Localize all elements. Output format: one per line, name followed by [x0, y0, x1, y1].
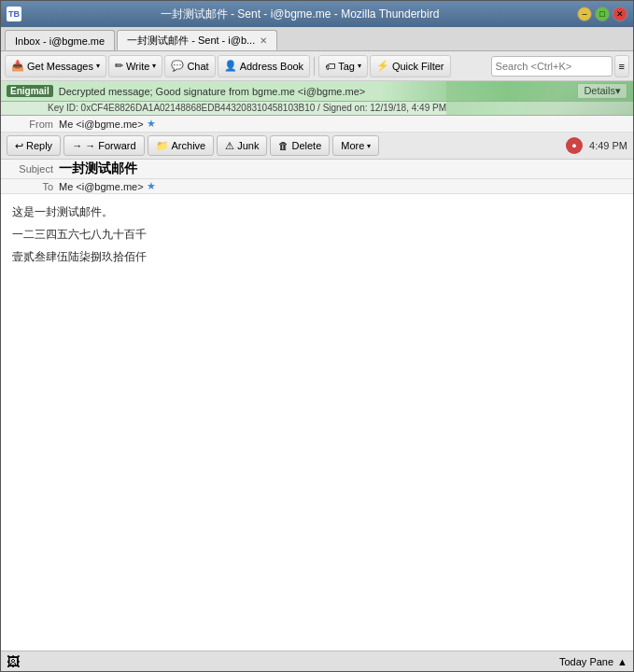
titlebar: TB 一封测试邮件 - Sent - i@bgme.me - Mozilla T…: [1, 1, 633, 27]
archive-icon: 📁: [156, 140, 169, 152]
chat-button[interactable]: 💬 Chat: [164, 55, 215, 77]
get-messages-dropdown-icon: ▾: [96, 62, 100, 70]
app-icon: TB: [7, 7, 21, 21]
more-button[interactable]: More ▾: [332, 135, 379, 156]
today-pane-button[interactable]: ▲: [617, 656, 627, 667]
reply-icon: ↩: [15, 140, 23, 152]
window-title: 一封测试邮件 - Sent - i@bgme.me - Mozilla Thun…: [25, 7, 574, 22]
message-time: 4:49 PM: [589, 140, 627, 151]
minimize-button[interactable]: –: [577, 7, 592, 21]
forward-icon: →: [72, 140, 82, 151]
tab-compose-label: 一封测试邮件 - Sent - i@b...: [127, 34, 255, 48]
to-star-icon[interactable]: ★: [147, 180, 156, 192]
key-info-text: Key ID: 0xCF4E8826DA1A02148868EDB4432083…: [48, 103, 446, 113]
enigmail-details-button[interactable]: Details▾: [577, 83, 627, 99]
address-book-icon: 👤: [224, 60, 237, 72]
archive-button[interactable]: 📁 Archive: [148, 135, 215, 156]
main-toolbar: 📥 Get Messages ▾ ✏ Write ▾ 💬 Chat 👤 Addr…: [1, 51, 633, 81]
delete-button[interactable]: 🗑 Delete: [270, 135, 330, 156]
close-button[interactable]: ✕: [613, 7, 627, 21]
enigmail-message: Decrypted message; Good signature from b…: [59, 86, 572, 97]
get-messages-button[interactable]: 📥 Get Messages ▾: [5, 55, 106, 77]
enigmail-bar: Enigmail Decrypted message; Good signatu…: [1, 81, 633, 102]
tab-close-icon[interactable]: ✕: [260, 35, 267, 46]
write-button[interactable]: ✏ Write ▾: [108, 55, 162, 77]
chat-icon: 💬: [171, 60, 184, 72]
write-icon: ✏: [115, 60, 123, 72]
write-dropdown-icon: ▾: [152, 62, 156, 70]
reply-button[interactable]: ↩ Reply: [7, 135, 61, 156]
today-pane-label: Today Pane: [559, 656, 613, 667]
tag-dropdown-icon: ▾: [358, 62, 361, 70]
message-body: 这是一封测试邮件。 一二三四五六七八九十百千 壹贰叁肆伍陆柒捌玖拾佰仟: [1, 194, 633, 651]
to-label: To: [8, 181, 53, 192]
record-icon: ●: [571, 141, 576, 150]
subject-value: 一封测试邮件: [59, 161, 137, 177]
from-label: From: [8, 119, 53, 130]
key-info-bar: Key ID: 0xCF4E8826DA1A02148868EDB4432083…: [1, 102, 633, 116]
search-input[interactable]: [491, 56, 613, 77]
junk-icon: ⚠: [225, 140, 234, 152]
subject-label: Subject: [8, 163, 53, 175]
to-value: Me <i@bgme.me>: [59, 181, 144, 192]
delete-icon: 🗑: [278, 140, 289, 151]
tab-bar: Inbox - i@bgme.me 一封测试邮件 - Sent - i@b...…: [1, 27, 633, 51]
enigmail-label: Enigmail: [7, 85, 53, 97]
body-line-1: 这是一封测试邮件。: [12, 203, 622, 220]
subject-row: Subject 一封测试邮件: [1, 160, 633, 179]
tag-icon: 🏷: [325, 61, 335, 72]
main-window: TB 一封测试邮件 - Sent - i@bgme.me - Mozilla T…: [0, 0, 634, 672]
toolbar-menu-button[interactable]: ≡: [614, 55, 629, 77]
status-badge: ●: [566, 137, 583, 154]
statusbar-right: Today Pane ▲: [559, 656, 627, 667]
more-dropdown-icon: ▾: [367, 142, 371, 150]
action-bar: ↩ Reply → → Forward 📁 Archive ⚠ Junk 🗑 D…: [1, 133, 633, 160]
filter-icon: ⚡: [376, 60, 389, 72]
tab-inbox[interactable]: Inbox - i@bgme.me: [5, 30, 115, 50]
forward-button[interactable]: → → Forward: [63, 135, 144, 156]
quick-filter-button[interactable]: ⚡ Quick Filter: [370, 55, 451, 77]
toolbar-separator-1: [314, 57, 315, 76]
tab-inbox-label: Inbox - i@bgme.me: [15, 35, 105, 47]
body-line-3: 壹贰叁肆伍陆柒捌玖拾佰仟: [12, 248, 622, 265]
from-star-icon[interactable]: ★: [147, 118, 156, 130]
address-book-button[interactable]: 👤 Address Book: [218, 55, 310, 77]
tag-button[interactable]: 🏷 Tag ▾: [318, 55, 368, 77]
to-row: To Me <i@bgme.me> ★: [1, 179, 633, 194]
body-line-2: 一二三四五六七八九十百千: [12, 226, 622, 243]
status-bar: 🖼 Today Pane ▲: [1, 651, 633, 671]
get-messages-icon: 📥: [11, 60, 24, 72]
from-value: Me <i@bgme.me>: [59, 119, 144, 130]
maximize-button[interactable]: □: [595, 7, 610, 21]
status-icon: 🖼: [7, 654, 20, 669]
tab-compose[interactable]: 一封测试邮件 - Sent - i@b... ✕: [117, 30, 277, 50]
junk-button[interactable]: ⚠ Junk: [217, 135, 267, 156]
from-row: From Me <i@bgme.me> ★: [1, 116, 633, 133]
